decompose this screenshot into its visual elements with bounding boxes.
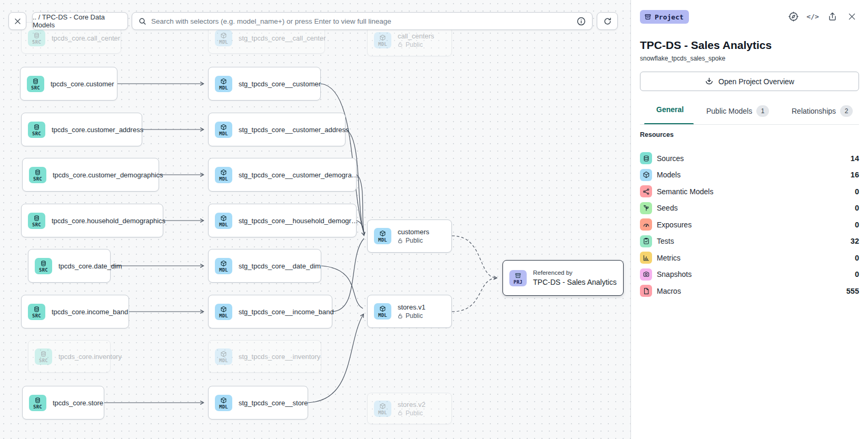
source-badge: SRC: [28, 304, 45, 320]
graph-node-model[interactable]: MDL stg_tpcds_core__household_demogr…: [208, 204, 357, 237]
graph-node-source[interactable]: SRC tpcds_core.date_dim: [28, 249, 111, 283]
graph-node-source[interactable]: SRC tpcds_core.income_band: [21, 295, 129, 328]
cube-icon: [220, 306, 227, 313]
model-badge: MDL: [374, 228, 391, 244]
node-label: tpcds_core.customer_demographics: [53, 171, 163, 179]
graph-node-model[interactable]: MDL stg_tpcds_core__date_dim: [208, 249, 321, 283]
database-icon: [640, 152, 652, 164]
cube-icon: [220, 78, 227, 85]
resource-row-semantic-models[interactable]: Semantic Models 0: [640, 183, 859, 200]
graph-node-source[interactable]: SRC tpcds_core.household_demographics: [21, 204, 163, 237]
node-label: stores.v2: [398, 401, 426, 408]
share-icon[interactable]: [826, 10, 839, 23]
search-input[interactable]: [151, 17, 572, 25]
public-access-row: Public: [398, 312, 426, 320]
seedling-icon: [640, 202, 652, 214]
database-icon: [33, 215, 40, 222]
graph-node-model[interactable]: MDL stg_tpcds_core__store: [208, 386, 308, 420]
graph-node-source[interactable]: SRC tpcds_core.customer_address: [21, 113, 142, 146]
source-badge: SRC: [35, 348, 52, 365]
node-label: call_centers: [398, 32, 434, 40]
graph-node-source[interactable]: SRC tpcds_core.store: [22, 386, 104, 420]
tab-public-models[interactable]: Public Models 1: [706, 105, 769, 117]
node-label: tpcds_core.inventory: [58, 353, 122, 361]
node-label: tpcds_core.date_dim: [58, 262, 122, 270]
source-badge: SRC: [28, 122, 45, 138]
node-label: TPC-DS - Sales Analytics: [533, 278, 617, 286]
refresh-icon: [603, 17, 612, 26]
model-badge: MDL: [215, 304, 232, 320]
resource-row-metrics[interactable]: Metrics 0: [640, 250, 859, 266]
archive-box-icon: [644, 13, 652, 21]
resource-count: 32: [851, 237, 859, 245]
graph-node-model[interactable]: MDL stg_tpcds_core__customer: [208, 67, 321, 101]
resource-row-snapshots[interactable]: Snapshots 0: [640, 266, 859, 283]
graph-node-model[interactable]: MDL stg_tpcds_core__customer_address: [208, 113, 346, 146]
database-icon: [33, 124, 40, 131]
resource-count: 0: [855, 204, 859, 212]
model-badge: MDL: [215, 395, 232, 411]
node-label: stg_tpcds_core__customer_address: [239, 126, 349, 134]
node-label: stores.v1: [398, 303, 426, 311]
resource-row-models[interactable]: Models 16: [640, 167, 859, 184]
search-bar: [132, 12, 593, 30]
open-overview-icon: [705, 77, 714, 86]
model-badge: MDL: [374, 303, 391, 320]
graph-node-model[interactable]: MDL stg_tpcds_core__inventory: [208, 340, 321, 373]
graph-node-source[interactable]: SRC tpcds_core.customer: [20, 67, 117, 101]
node-label: tpcds_core.store: [53, 399, 103, 407]
graph-node-public-model[interactable]: MDL stores.v1 Public: [367, 295, 452, 328]
cube-icon: [220, 215, 227, 222]
node-label: stg_tpcds_core__store: [239, 399, 308, 407]
project-details-panel: Project </> TPC-DS - Sales Analytics sno…: [630, 0, 868, 439]
resource-row-macros[interactable]: Macros 555: [640, 283, 859, 300]
info-icon[interactable]: [577, 17, 586, 26]
file-icon: [640, 285, 652, 297]
node-label: stg_tpcds_core__inventory: [239, 353, 320, 361]
model-badge: MDL: [215, 76, 232, 92]
cube-icon: [379, 34, 386, 41]
refresh-button[interactable]: [597, 12, 618, 30]
cube-icon: [379, 305, 386, 312]
panel-subtitle: snowflake_tpcds_sales_spoke: [640, 55, 725, 62]
resources-header: Resources: [640, 131, 674, 138]
resource-row-seeds[interactable]: Seeds 0: [640, 200, 859, 217]
public-access-row: Public: [398, 237, 429, 244]
breadcrumb[interactable]: .. / TPC-DS - Core Data Models: [32, 12, 128, 30]
resource-row-exposures[interactable]: Exposures 0: [640, 216, 859, 233]
open-project-overview-button[interactable]: Open Project Overview: [640, 72, 859, 91]
graph-node-source[interactable]: SRC tpcds_core.inventory: [28, 340, 111, 373]
node-label: stg_tpcds_core__household_demogr…: [239, 217, 358, 225]
graph-node-project[interactable]: PRJ Referenced by TPC-DS - Sales Analyti…: [502, 260, 624, 296]
gauge-icon: [640, 218, 652, 231]
model-badge: MDL: [374, 401, 391, 417]
graph-node-model[interactable]: MDL stg_tpcds_core__customer_demogra…: [208, 158, 357, 192]
graph-node-public-model[interactable]: MDL customers Public: [367, 219, 452, 253]
tab-count-badge: 1: [756, 105, 769, 117]
node-label: tpcds_core.household_demographics: [52, 217, 165, 225]
cube-icon: [220, 169, 227, 176]
source-badge: SRC: [28, 213, 45, 229]
lock-open-icon: [398, 238, 403, 244]
lock-open-icon: [398, 410, 403, 416]
database-icon: [40, 351, 47, 357]
code-icon[interactable]: </>: [806, 10, 819, 23]
resource-row-tests[interactable]: Tests 32: [640, 233, 859, 250]
node-label: tpcds_core.income_band: [52, 308, 128, 316]
model-badge: MDL: [215, 122, 232, 138]
node-label: stg_tpcds_core__call_center: [239, 34, 326, 42]
graph-node-model[interactable]: MDL stg_tpcds_core__income_band: [208, 295, 332, 328]
cube-icon: [379, 403, 386, 410]
tab-relationships[interactable]: Relationships 2: [792, 105, 853, 117]
tab-general[interactable]: General: [656, 105, 684, 114]
cube-icon: [379, 230, 386, 237]
node-label: customers: [398, 228, 429, 236]
graph-node-source[interactable]: SRC tpcds_core.customer_demographics: [22, 158, 159, 192]
lineage-canvas[interactable]: SRC tpcds_core.call_center MDL stg_tpcds…: [0, 0, 630, 439]
graph-node-public-model[interactable]: MDL stores.v2 Public: [367, 393, 452, 424]
close-panel-icon[interactable]: [845, 10, 858, 23]
close-lineage-button[interactable]: [8, 12, 26, 30]
resource-row-sources[interactable]: Sources 14: [640, 150, 859, 167]
explore-compass-icon[interactable]: [787, 10, 800, 23]
project-type-badge: Project: [640, 10, 689, 24]
